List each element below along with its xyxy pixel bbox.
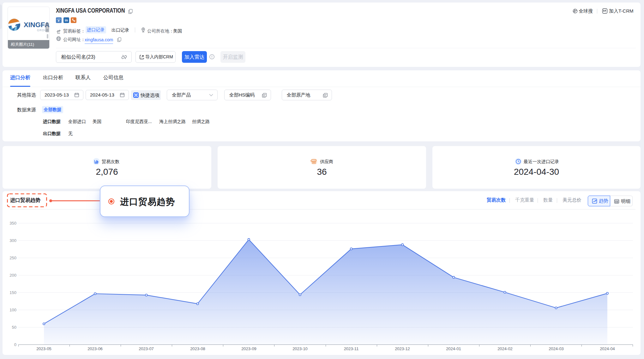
svg-text:2024-04: 2024-04 xyxy=(600,346,615,351)
svg-text:2024-03: 2024-03 xyxy=(549,346,564,351)
svg-text:2023-12: 2023-12 xyxy=(395,346,410,351)
svg-text:2023-09: 2023-09 xyxy=(241,346,256,351)
svg-text:2024-02: 2024-02 xyxy=(497,346,513,351)
svg-text:0: 0 xyxy=(14,342,16,347)
svg-text:200: 200 xyxy=(9,273,16,278)
svg-text:2024-01: 2024-01 xyxy=(446,346,461,351)
svg-text:50: 50 xyxy=(12,325,16,330)
svg-text:2023-08: 2023-08 xyxy=(190,346,205,351)
svg-text:2023-05: 2023-05 xyxy=(36,346,51,351)
svg-text:2023-11: 2023-11 xyxy=(344,346,359,351)
svg-text:100: 100 xyxy=(9,308,16,312)
svg-text:150: 150 xyxy=(9,290,16,295)
svg-text:2023-06: 2023-06 xyxy=(87,346,103,351)
svg-text:300: 300 xyxy=(9,238,16,243)
svg-text:250: 250 xyxy=(9,256,16,260)
svg-text:2023-10: 2023-10 xyxy=(292,346,308,351)
svg-text:e: e xyxy=(58,18,60,23)
svg-text:2023-07: 2023-07 xyxy=(139,346,154,351)
svg-text:350: 350 xyxy=(9,221,16,226)
